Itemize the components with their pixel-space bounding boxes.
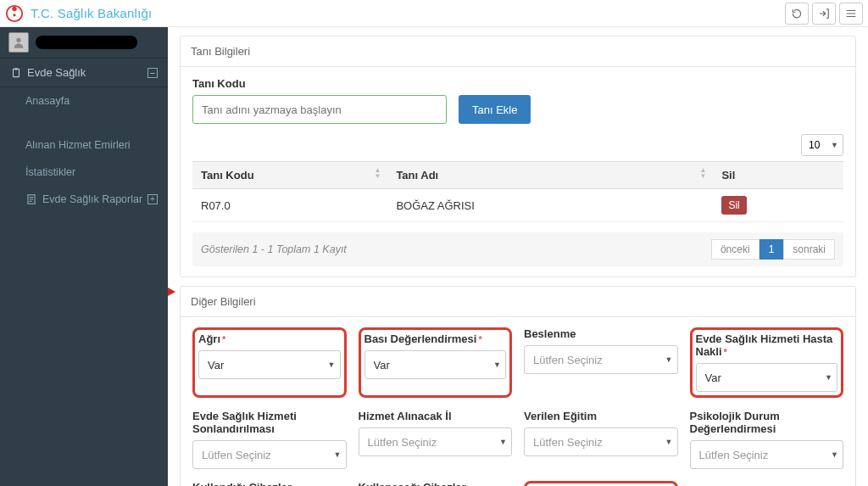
- table-info: Gösterilen 1 - 1 Toplam 1 Kayıt: [201, 243, 347, 255]
- il-select[interactable]: Lütfen Seçiniz: [359, 427, 513, 456]
- plus-icon: +: [147, 194, 158, 204]
- agri-label: Ağrı: [198, 332, 220, 345]
- basi-select[interactable]: Var: [364, 350, 507, 379]
- basi-label: Bası Değerlendirmesi: [364, 332, 477, 345]
- sonlandir-select[interactable]: Lütfen Seçiniz: [192, 440, 347, 469]
- top-bar-actions: [785, 3, 863, 25]
- beslenme-field: Beslenme Lütfen Seçiniz ▼: [524, 327, 678, 398]
- col-sil: Sil: [721, 169, 735, 182]
- sidebar-section-label: Evde Sağlık: [27, 66, 86, 79]
- sidebar-item-label: Evde Sağlık Raporlar: [42, 193, 142, 205]
- user-icon: [12, 36, 25, 49]
- tani-panel: Tanı Bilgileri Tanı Kodu Tanı Ekle 10 ▼: [180, 36, 856, 277]
- diger-panel-title: Diğer Bilgileri: [191, 295, 256, 308]
- col-tani-adi[interactable]: Tanı Adı: [396, 169, 438, 182]
- izlem-field: İzlem İhtiyacı Var Mı?* Hayır ▼: [524, 481, 678, 486]
- nakli-label: Evde Sağlık Hizmeti Hasta Nakli: [696, 332, 833, 358]
- sidebar-item-alinan-hizmet[interactable]: Alınan Hizmet Emirleri: [0, 131, 168, 159]
- psiko-select[interactable]: Lütfen Seçiniz: [690, 440, 844, 469]
- avatar: [8, 32, 29, 53]
- agri-field: Ağrı* Var ▼: [192, 327, 347, 398]
- tani-kodu-input[interactable]: [192, 95, 447, 124]
- svg-rect-3: [14, 69, 19, 76]
- cell-ad: BOĞAZ AĞRISI: [387, 189, 713, 222]
- sidebar-item-istatistikler[interactable]: İstatistikler: [0, 159, 168, 186]
- kullandigi-field: Kullandığı Cihazlar Lütfen Seçiniz ▼: [192, 481, 347, 486]
- pager: önceki 1 sonraki: [711, 239, 835, 260]
- sidebar-item-label: Alınan Hizmet Emirleri: [25, 139, 131, 151]
- report-icon: [25, 193, 37, 205]
- clipboard-icon: [10, 67, 22, 79]
- refresh-button[interactable]: [785, 3, 809, 25]
- brand-logo-icon: [5, 4, 24, 23]
- pager-page-1[interactable]: 1: [760, 239, 784, 260]
- diger-panel-header: Diğer Bilgileri: [181, 287, 855, 317]
- minus-icon: −: [147, 68, 158, 78]
- sidebar-item-label: Anasayfa: [25, 95, 70, 107]
- page-size-select[interactable]: 10: [801, 134, 843, 156]
- menu-icon: [845, 8, 857, 20]
- kullanacagi-field: Kullanacağı Cihazlar Lütfen Seçiniz ▼: [359, 481, 513, 486]
- sort-icon: ▲▼: [374, 167, 381, 179]
- svg-rect-4: [14, 68, 18, 70]
- egitim-field: Verilen Eğitim Lütfen Seçiniz ▼: [524, 410, 678, 469]
- sonlandir-label: Evde Sağlık Hizmeti Sonlandırılması: [192, 410, 347, 435]
- sidebar-section-evde-saglik[interactable]: Evde Sağlık −: [0, 58, 168, 87]
- svg-point-2: [16, 38, 20, 42]
- svg-point-1: [13, 14, 15, 16]
- sonlandir-field: Evde Sağlık Hizmeti Sonlandırılması Lütf…: [192, 410, 347, 469]
- basi-field: Bası Değerlendirmesi* Var ▼: [359, 327, 513, 398]
- agri-select[interactable]: Var: [198, 350, 341, 379]
- psiko-label: Psikolojik Durum Değerlendirmesi: [690, 410, 844, 435]
- col-tani-kodu[interactable]: Tanı Kodu: [201, 169, 254, 182]
- logout-button[interactable]: [812, 3, 836, 25]
- sidebar-item-anasayfa[interactable]: Anasayfa: [0, 87, 168, 115]
- sort-icon: ▲▼: [699, 167, 706, 179]
- beslenme-label: Beslenme: [524, 327, 678, 340]
- beslenme-select[interactable]: Lütfen Seçiniz: [524, 345, 678, 374]
- tani-ekle-button[interactable]: Tanı Ekle: [459, 95, 531, 124]
- sidebar-item-label: İstatistikler: [25, 166, 75, 178]
- tani-table: Tanı Kodu ▲▼ Tanı Adı ▲▼ Sil: [192, 161, 843, 222]
- sidebar-item-raporlar[interactable]: Evde Sağlık Raporlar +: [0, 186, 168, 213]
- main-content: Tanı Bilgileri Tanı Kodu Tanı Ekle 10 ▼: [168, 27, 868, 486]
- logout-icon: [818, 8, 830, 20]
- top-bar: T.C. Sağlık Bakanlığı: [0, 0, 868, 27]
- user-block: [0, 27, 168, 58]
- refresh-icon: [791, 8, 803, 20]
- tani-panel-header: Tanı Bilgileri: [181, 36, 855, 67]
- pager-prev[interactable]: önceki: [711, 239, 760, 260]
- menu-button[interactable]: [839, 3, 863, 25]
- nakli-select[interactable]: Var: [696, 363, 838, 392]
- table-row: R07.0 BOĞAZ AĞRISI Sil: [192, 189, 843, 222]
- kullanacagi-label: Kullanacağı Cihazlar: [359, 481, 513, 486]
- cell-kod: R07.0: [192, 189, 387, 222]
- nakli-field: Evde Sağlık Hizmeti Hasta Nakli* Var ▼: [690, 327, 844, 398]
- il-label: Hizmet Alınacak İl: [359, 410, 513, 422]
- il-field: Hizmet Alınacak İl Lütfen Seçiniz ▼: [359, 410, 513, 469]
- highlight-arrow-icon: [168, 281, 175, 303]
- sidebar: Evde Sağlık − Anasayfa Alınan Hizmet Emi…: [0, 27, 168, 486]
- user-name-redacted: [36, 36, 137, 49]
- brand: T.C. Sağlık Bakanlığı: [5, 4, 152, 23]
- delete-button[interactable]: Sil: [721, 196, 746, 215]
- tani-kodu-label: Tanı Kodu: [192, 77, 843, 90]
- egitim-select[interactable]: Lütfen Seçiniz: [524, 427, 678, 456]
- kullandigi-label: Kullandığı Cihazlar: [192, 481, 347, 486]
- pager-next[interactable]: sonraki: [783, 239, 835, 260]
- egitim-label: Verilen Eğitim: [524, 410, 678, 422]
- diger-panel: Diğer Bilgileri Ağrı* Var ▼ Bası Değerle…: [180, 286, 856, 486]
- brand-text: T.C. Sağlık Bakanlığı: [31, 6, 152, 20]
- psiko-field: Psikolojik Durum Değerlendirmesi Lütfen …: [690, 410, 844, 469]
